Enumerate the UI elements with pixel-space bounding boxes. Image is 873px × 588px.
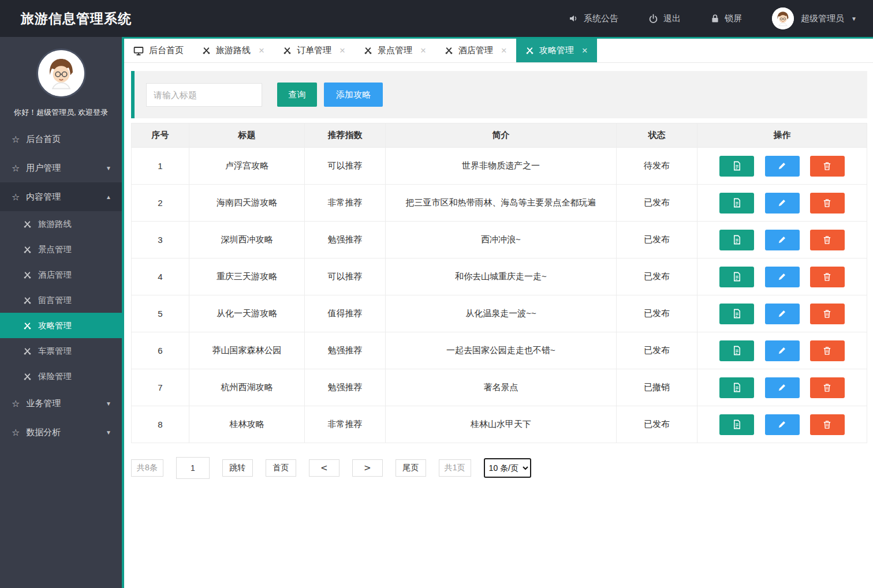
edit-button[interactable] [765,377,800,398]
delete-button[interactable] [810,377,845,398]
pencil-icon [777,383,787,392]
tools-icon [445,46,453,55]
tab-dashboard[interactable]: 后台首页 [124,39,193,62]
cell-rating: 勉强推荐 [305,332,386,369]
close-icon[interactable]: × [420,46,426,55]
table-row: 8 桂林攻略 非常推荐 桂林山水甲天下 已发布 [132,406,867,443]
lock-screen-button[interactable]: 锁屏 [711,13,742,24]
view-button[interactable] [719,230,754,250]
user-menu[interactable]: 超级管理员 ▼ [772,8,857,29]
tab-travel-routes[interactable]: 旅游路线 × [193,39,274,62]
app-title: 旅游信息管理系统 [0,10,132,28]
tools-icon [23,245,32,254]
view-button[interactable] [719,377,754,398]
edit-button[interactable] [765,414,800,435]
page-size-select[interactable]: 10 条/页 [484,458,531,478]
sidebar-subitem-strategy-management[interactable]: 攻略管理 [0,313,122,338]
edit-button[interactable] [765,340,800,361]
search-input[interactable] [146,83,262,107]
delete-button[interactable] [810,304,845,324]
sidebar-item-label: 业务管理 [26,398,61,409]
table-row: 6 莽山国家森林公园 勉强推荐 一起去国家公园走走也不错~ 已发布 [132,332,867,369]
file-icon [732,345,743,356]
delete-button[interactable] [810,267,845,287]
add-strategy-button[interactable]: 添加攻略 [324,83,383,107]
column-actions: 操作 [697,123,867,148]
view-button[interactable] [719,193,754,214]
view-button[interactable] [719,267,754,287]
cell-intro: 著名景点 [386,369,617,406]
edit-button[interactable] [765,304,800,324]
system-announcement-button[interactable]: 系统公告 [568,13,618,24]
view-button[interactable] [719,340,754,361]
edit-button[interactable] [765,230,800,250]
cell-intro: 世界非物质遗产之一 [386,148,617,185]
sidebar-subitem-travel-routes[interactable]: 旅游路线 [0,211,122,237]
sidebar-subitem-hotel-management[interactable]: 酒店管理 [0,262,122,287]
close-icon[interactable]: × [259,46,264,55]
next-page-button[interactable]: > [352,459,383,477]
delete-button[interactable] [810,193,845,214]
star-icon: ☆ [12,398,20,409]
sidebar-subitem-ticket-management[interactable]: 车票管理 [0,338,122,364]
column-rating: 推荐指数 [305,123,386,148]
cell-title: 莽山国家森林公园 [189,332,305,369]
tab-scenic-management[interactable]: 景点管理 × [355,39,435,62]
trash-icon [822,235,832,245]
delete-button[interactable] [810,340,845,361]
jump-button[interactable]: 跳转 [222,459,253,477]
chevron-up-icon: ▲ [106,194,111,200]
sidebar-item-user-management[interactable]: ☆ 用户管理 ▼ [0,153,122,182]
delete-button[interactable] [810,156,845,177]
pencil-icon [777,235,787,245]
tab-hotel-management[interactable]: 酒店管理 × [435,39,516,62]
file-icon [732,160,743,171]
cell-status: 已发布 [617,259,697,295]
delete-button[interactable] [810,230,845,250]
avatar [36,48,86,98]
cell-title: 桂林攻略 [189,406,305,443]
close-icon[interactable]: × [339,46,345,55]
sidebar-subitem-scenic-management[interactable]: 景点管理 [0,237,122,262]
sidebar-item-content-management[interactable]: ☆ 内容管理 ▲ [0,182,122,211]
tab-label: 景点管理 [378,45,412,56]
tab-order-management[interactable]: 订单管理 × [274,39,355,62]
table-row: 3 深圳西冲攻略 勉强推荐 西冲冲浪~ 已发布 [132,222,867,259]
close-icon[interactable]: × [582,46,588,55]
trash-icon [822,161,832,171]
cell-no: 3 [132,222,189,259]
edit-button[interactable] [765,267,800,287]
sidebar-item-business-management[interactable]: ☆ 业务管理 ▼ [0,389,122,418]
logout-button[interactable]: 退出 [648,13,681,24]
edit-button[interactable] [765,193,800,214]
table-row: 4 重庆三天游攻略 可以推荐 和你去山城重庆走一走~ 已发布 [132,259,867,295]
view-button[interactable] [719,304,754,324]
last-page-button[interactable]: 尾页 [396,459,426,477]
cell-status: 已撤销 [617,369,697,406]
sidebar-subitem-message-management[interactable]: 留言管理 [0,287,122,313]
cell-intro: 西冲冲浪~ [386,222,617,259]
prev-page-button[interactable]: < [309,459,339,477]
lock-icon [711,14,719,23]
sidebar-subitem-insurance-management[interactable]: 保险管理 [0,364,122,389]
cell-actions [697,259,867,295]
query-button[interactable]: 查询 [277,83,317,107]
cell-status: 已发布 [617,185,697,222]
chevron-down-icon: ▼ [851,16,857,22]
table-row: 7 杭州西湖攻略 勉强推荐 著名景点 已撤销 [132,369,867,406]
sidebar-item-dashboard[interactable]: ☆ 后台首页 [0,125,122,153]
cell-no: 4 [132,259,189,295]
tools-icon [23,372,32,381]
page-number-input[interactable] [176,457,210,479]
tab-label: 旅游路线 [216,45,251,56]
delete-button[interactable] [810,414,845,435]
tab-label: 攻略管理 [539,45,574,56]
view-button[interactable] [719,414,754,435]
first-page-button[interactable]: 首页 [266,459,296,477]
tab-strategy-management[interactable]: 攻略管理 × [516,39,597,62]
sidebar-item-data-analysis[interactable]: ☆ 数据分析 ▼ [0,418,122,447]
star-icon: ☆ [12,163,20,174]
view-button[interactable] [719,156,754,177]
close-icon[interactable]: × [501,46,507,55]
edit-button[interactable] [765,156,800,177]
